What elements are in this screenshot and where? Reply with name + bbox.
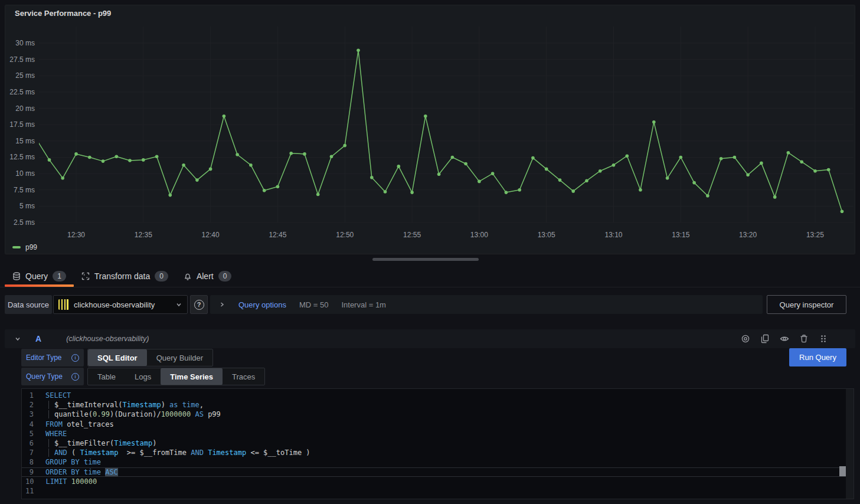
data-point: [518, 188, 521, 192]
collapse-chevron-icon[interactable]: [14, 335, 21, 342]
line-number: 4: [25, 420, 34, 429]
tab-query[interactable]: Query 1: [5, 266, 74, 286]
datasource-picker[interactable]: clickhouse-observability: [53, 295, 188, 314]
code-line[interactable]: 6$__timeFilter(Timestamp): [22, 438, 846, 448]
code-line-text: WHERE: [45, 429, 67, 438]
query-inspector-button[interactable]: Query inspector: [767, 295, 846, 314]
code-line-text: $__timeInterval(Timestamp) as time,: [45, 400, 204, 410]
x-axis-tick-label: 12:30: [67, 231, 85, 239]
chart-legend: p99: [12, 243, 37, 252]
data-point: [800, 160, 803, 163]
data-point: [48, 158, 51, 162]
legend-series-label[interactable]: p99: [25, 243, 37, 251]
code-token: [178, 401, 182, 409]
max-data-points-value: MD = 50: [299, 300, 329, 309]
data-point: [733, 156, 737, 159]
code-token: ASC: [105, 468, 118, 476]
query-options-link[interactable]: Query options: [238, 300, 286, 309]
code-token: SELECT: [45, 391, 71, 400]
code-line-text: SELECT: [45, 391, 71, 400]
data-point: [357, 48, 360, 52]
trash-icon[interactable]: [797, 332, 811, 346]
sql-code-editor[interactable]: 1SELECT2$__timeInterval(Timestamp) as ti…: [21, 388, 846, 499]
code-line[interactable]: 11: [22, 486, 846, 496]
x-axis-tick-label: 12:50: [336, 231, 354, 239]
data-point: [773, 195, 777, 199]
page-scrollbar-thumb[interactable]: [372, 258, 479, 261]
code-line[interactable]: 10LIMIT 100000: [22, 477, 846, 486]
data-point: [263, 189, 266, 192]
query-row-header[interactable]: A (clickhouse-observability): [5, 329, 855, 348]
code-token: Timestamp: [123, 401, 161, 409]
record-icon[interactable]: [738, 332, 753, 346]
data-point: [142, 158, 145, 162]
query-type-traces[interactable]: Traces: [223, 368, 264, 385]
code-token: ): [152, 439, 156, 447]
tab-alert[interactable]: Alert 0: [176, 266, 239, 286]
query-options-bar[interactable]: Query options MD = 50 Interval = 1m: [210, 295, 763, 314]
y-axis-tick-label: 17.5 ms: [9, 120, 35, 129]
editor-type-query-builder[interactable]: Query Builder: [147, 349, 212, 366]
code-token: FROM: [45, 420, 63, 428]
info-circle-icon[interactable]: i: [71, 373, 79, 381]
code-editor-scrollbar[interactable]: [846, 388, 854, 499]
data-point: [437, 172, 441, 176]
code-line[interactable]: 1SELECT: [22, 391, 846, 400]
data-point: [182, 163, 185, 167]
tabs-divider: [0, 287, 860, 287]
code-line-text: quantile(0.99)(Duration)/1000000 AS p99: [45, 410, 221, 419]
query-type-label-text: Query Type: [26, 372, 68, 381]
timeseries-chart[interactable]: 30 ms27.5 ms25 ms22.5 ms20 ms17.5 ms15 m…: [5, 5, 855, 254]
editor-type-sql-editor[interactable]: SQL Editor: [88, 349, 147, 366]
tab-query-label: Query: [25, 271, 48, 281]
data-point: [155, 155, 159, 159]
timeseries-panel: Service Performance - p99 30 ms27.5 ms25…: [5, 5, 855, 254]
code-token: )(Duration)/: [110, 410, 161, 418]
info-circle-icon[interactable]: i: [71, 354, 79, 362]
data-point: [746, 174, 750, 177]
overview-ruler-marker: [839, 466, 846, 476]
editor-type-label: Editor Type i: [21, 349, 84, 366]
code-line-text: FROM otel_traces: [45, 420, 114, 429]
data-point: [195, 178, 199, 182]
code-line[interactable]: 4FROM otel_traces: [22, 420, 846, 429]
tab-transform-data[interactable]: Transform data 0: [74, 266, 176, 286]
code-token: time: [182, 401, 200, 409]
data-point: [424, 114, 427, 118]
query-type-table[interactable]: Table: [88, 368, 125, 385]
code-line[interactable]: 5WHERE: [22, 429, 846, 438]
y-axis-tick-label: 12.5 ms: [9, 153, 35, 161]
query-type-logs[interactable]: Logs: [125, 368, 161, 385]
x-axis-tick-label: 12:40: [202, 231, 220, 239]
code-line[interactable]: 2$__timeInterval(Timestamp) as time,: [22, 400, 846, 410]
data-point: [249, 163, 253, 167]
datasource-help-button[interactable]: ?: [190, 295, 208, 314]
data-point: [303, 152, 306, 156]
code-line[interactable]: 8GROUP BY time: [22, 457, 846, 467]
data-point: [813, 169, 817, 173]
query-type-time-series[interactable]: Time Series: [161, 368, 223, 385]
query-datasource-subtitle: (clickhouse-observability): [66, 335, 149, 343]
data-point: [209, 168, 212, 171]
code-line[interactable]: 3quantile(0.99)(Duration)/1000000 AS p99: [22, 410, 846, 419]
datasource-name: clickhouse-observability: [74, 300, 171, 309]
line-number: 6: [25, 438, 34, 448]
data-point: [571, 189, 575, 193]
x-axis-tick-label: 12:55: [403, 231, 421, 239]
code-token: $__timeFilter(: [54, 439, 114, 447]
line-number: 2: [25, 400, 34, 410]
x-axis-tick-label: 13:15: [672, 231, 689, 239]
line-number: 5: [25, 429, 34, 438]
code-line-current[interactable]: 9ORDER BY time ASC: [22, 467, 846, 477]
data-point: [88, 156, 91, 159]
drag-handle-icon[interactable]: [816, 332, 830, 346]
eye-icon[interactable]: [777, 332, 792, 346]
code-token: 1000000: [161, 410, 191, 418]
copy-icon[interactable]: [758, 332, 772, 346]
code-line[interactable]: 7AND ( Timestamp >= $__fromTime AND Time…: [22, 448, 846, 457]
line-number: 1: [25, 391, 34, 400]
y-axis-tick-label: 15 ms: [15, 137, 35, 145]
run-query-button[interactable]: Run Query: [789, 348, 846, 366]
data-point: [74, 152, 78, 156]
data-point: [720, 157, 723, 161]
